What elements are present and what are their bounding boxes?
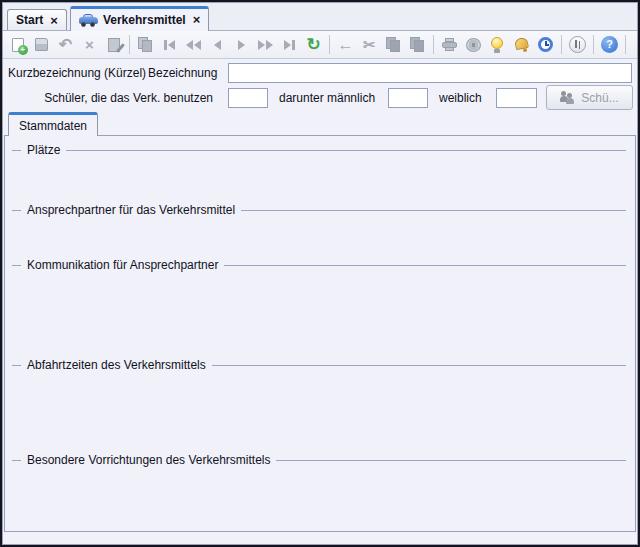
car-icon xyxy=(79,14,98,26)
document-tabbar: Start × Verkehrsmittel × xyxy=(3,3,637,31)
alarm-clock-icon xyxy=(538,37,553,52)
toolbar-separator xyxy=(625,35,626,54)
schueler-button-label: Schü... xyxy=(581,91,618,105)
weiblich-label: weiblich xyxy=(439,91,482,105)
paste-icon xyxy=(410,37,425,52)
help-icon: ? xyxy=(601,36,618,53)
edit-button[interactable] xyxy=(102,33,125,56)
toolbar-separator xyxy=(593,35,594,54)
plaetze-group-label: Plätze xyxy=(27,143,60,157)
kurzbezeichnung-label: Kurzbezeichnung (Kürzel) xyxy=(8,66,146,80)
refresh-icon: ↻ xyxy=(306,36,320,53)
next-record-button[interactable] xyxy=(230,33,253,56)
undo-icon: ↶ xyxy=(59,37,72,53)
tab-stammdaten-label: Stammdaten xyxy=(19,119,87,133)
app-window: Start × Verkehrsmittel × + ↶ × ↻ ← ✂ xyxy=(0,0,640,547)
schueler-benutzen-label: Schüler, die das Verk. benutzen xyxy=(22,91,213,105)
tab-start-label: Start xyxy=(16,13,43,27)
abfahrtzeiten-group-label: Abfahrtzeiten des Verkehrsmittels xyxy=(27,358,206,372)
last-record-icon xyxy=(284,40,295,50)
undo-button[interactable]: ↶ xyxy=(54,33,77,56)
kommunikation-group-header: Kommunikation für Ansprechpartner xyxy=(12,258,626,272)
delete-button[interactable]: × xyxy=(78,33,101,56)
kommunikation-group-label: Kommunikation für Ansprechpartner xyxy=(27,258,218,272)
copy-record-icon xyxy=(138,37,153,52)
main-toolbar: + ↶ × ↻ ← ✂ ? xyxy=(3,31,637,59)
toolbar-separator xyxy=(433,35,434,54)
save-button[interactable] xyxy=(30,33,53,56)
fast-next-button[interactable] xyxy=(254,33,277,56)
first-record-button[interactable] xyxy=(158,33,181,56)
tab-start[interactable]: Start × xyxy=(7,9,67,30)
delete-icon: × xyxy=(85,37,94,52)
tab-verkehrsmittel-label: Verkehrsmittel xyxy=(103,13,186,27)
copy-button[interactable] xyxy=(382,33,405,56)
filter-settings-button[interactable] xyxy=(566,33,589,56)
copy-record-button[interactable] xyxy=(134,33,157,56)
cd-icon xyxy=(466,38,481,52)
print-button[interactable] xyxy=(438,33,461,56)
bell-icon xyxy=(515,37,529,52)
refresh-button[interactable]: ↻ xyxy=(302,33,325,56)
toolbar-separator xyxy=(329,35,330,54)
fast-prior-button[interactable] xyxy=(182,33,205,56)
ansprechpartner-group-label: Ansprechpartner für das Verkehrsmittel xyxy=(27,203,235,217)
notification-button[interactable] xyxy=(510,33,533,56)
save-icon xyxy=(35,38,48,51)
stammdaten-panel xyxy=(4,135,636,532)
new-record-icon: + xyxy=(12,38,24,52)
fast-prior-icon xyxy=(186,40,201,50)
bezeichnung-label: Bezeichnung xyxy=(148,66,217,80)
ansprechpartner-group-header: Ansprechpartner für das Verkehrsmittel xyxy=(12,203,626,217)
print-icon xyxy=(442,38,457,51)
schueler-button[interactable]: Schü... xyxy=(546,85,633,110)
tuning-sliders-icon xyxy=(569,36,586,53)
toolbar-separator xyxy=(561,35,562,54)
toolbar-separator xyxy=(129,35,130,54)
last-record-button[interactable] xyxy=(278,33,301,56)
lightbulb-icon xyxy=(491,37,504,53)
navigate-back-button[interactable]: ← xyxy=(334,33,357,56)
bezeichnung-input[interactable] xyxy=(228,63,632,83)
reminder-button[interactable] xyxy=(534,33,557,56)
tab-stammdaten[interactable]: Stammdaten xyxy=(8,112,98,136)
weiblich-input[interactable] xyxy=(496,88,537,108)
edit-icon xyxy=(108,38,120,52)
new-record-button[interactable]: + xyxy=(6,33,29,56)
prior-record-button[interactable] xyxy=(206,33,229,56)
fast-next-icon xyxy=(258,40,273,50)
tab-verkehrsmittel[interactable]: Verkehrsmittel × xyxy=(70,6,209,31)
close-icon[interactable]: × xyxy=(193,13,201,26)
darunter-maennlich-label: darunter männlich xyxy=(279,91,375,105)
cut-icon: ✂ xyxy=(363,37,376,52)
copy-icon xyxy=(386,37,401,52)
schueler-gesamt-input[interactable] xyxy=(228,88,268,108)
cut-button[interactable]: ✂ xyxy=(358,33,381,56)
help-button[interactable]: ? xyxy=(598,33,621,56)
plaetze-group-header: Plätze xyxy=(12,143,626,157)
hint-button[interactable] xyxy=(486,33,509,56)
prior-record-icon xyxy=(214,40,221,50)
people-icon xyxy=(560,91,576,104)
maennlich-input[interactable] xyxy=(388,88,428,108)
close-icon[interactable]: × xyxy=(50,14,58,27)
vorrichtungen-group-header: Besondere Vorrichtungen des Verkehrsmitt… xyxy=(12,453,626,467)
back-arrow-icon: ← xyxy=(338,37,354,53)
paste-button[interactable] xyxy=(406,33,429,56)
export-cd-button[interactable] xyxy=(462,33,485,56)
vorrichtungen-group-label: Besondere Vorrichtungen des Verkehrsmitt… xyxy=(27,453,270,467)
abfahrtzeiten-group-header: Abfahrtzeiten des Verkehrsmittels xyxy=(12,358,626,372)
first-record-icon xyxy=(164,40,175,50)
next-record-icon xyxy=(238,40,245,50)
